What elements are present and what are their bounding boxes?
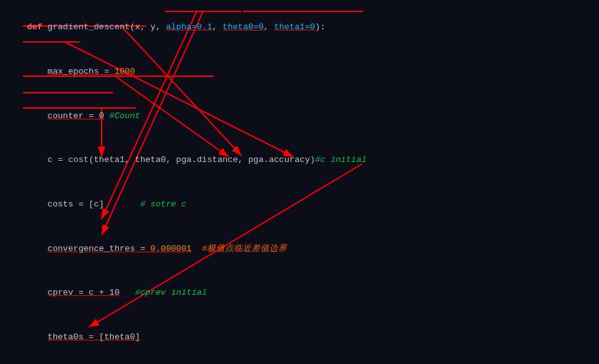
param-theta1: theta1=0	[274, 22, 315, 32]
code-container: def gradient_descent(x, y, alpha=0.1, th…	[0, 0, 599, 364]
code-line-1: def gradient_descent(x, y, alpha=0.1, th…	[6, 5, 593, 50]
code-line-3: counter = 0 #Count	[6, 93, 593, 138]
param-theta0: theta0=0	[222, 22, 264, 32]
code-line-2: max_epochs = 1000	[6, 50, 593, 94]
function-name: gradient_descent	[48, 22, 130, 32]
code-line-4: c = cost(theta1, theta0, pga.distance, p…	[6, 138, 593, 182]
var-max-epochs: max_epochs =	[48, 67, 114, 76]
code-line-9: theta1s = [theta1] # sotre thetas	[6, 359, 593, 364]
val-convergence: 0.000001	[151, 244, 192, 253]
fn-cost-1: cost	[68, 155, 88, 165]
param-alpha: alpha=0.1	[166, 22, 212, 32]
keyword-def: def	[27, 22, 47, 32]
code-line-8: theta0s = [theta0]	[6, 315, 593, 360]
comment-cn-1: #极值点临近差值边界	[202, 244, 287, 253]
comment-sotre-c: # sotre c	[140, 199, 187, 209]
comment-c-initial: #c initial	[315, 155, 367, 165]
var-convergence: convergence_thres =	[48, 244, 151, 253]
comment-cprev: #cprev initial	[119, 288, 207, 297]
code-line-6: convergence_thres = 0.000001 #极值点临近差值边界	[6, 226, 593, 271]
var-counter-init: counter = 0	[48, 111, 104, 121]
code-line-5: costs = [c] # sotre c	[6, 182, 593, 227]
code-line-7: cprev = c + 10 #cprev initial	[6, 271, 593, 315]
val-1000: 1000	[114, 67, 135, 76]
var-cprev: cprev = c + 10	[48, 288, 119, 297]
comment-count: #Count	[104, 111, 140, 121]
var-theta0s: theta0s = [theta0]	[48, 332, 140, 342]
